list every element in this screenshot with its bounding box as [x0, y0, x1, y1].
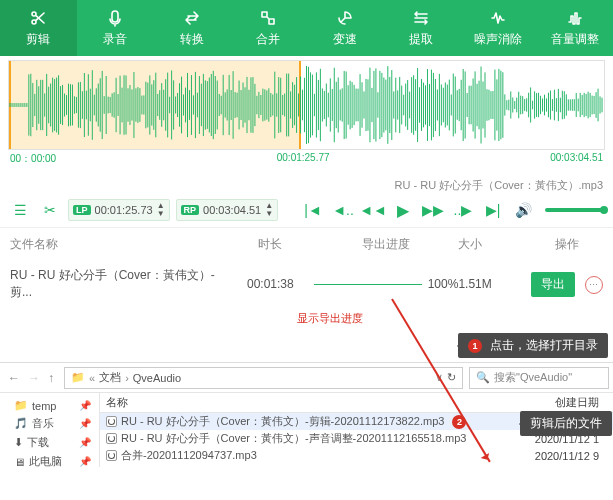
speed-icon [336, 8, 354, 28]
audio-file-icon [106, 433, 117, 444]
nav-back-button[interactable]: ← [8, 371, 20, 385]
path-seg-1[interactable]: 文档 [99, 370, 121, 385]
sidebar-icon: 📁 [14, 399, 28, 412]
col-name-header[interactable]: 名称 [106, 395, 482, 410]
prev-button[interactable]: ◄.. [331, 200, 355, 220]
sidebar-item[interactable]: 🖥此电脑📌 [6, 452, 93, 467]
cell-filename: RU - RU 好心分手（Cover：黃伟文）-剪... [10, 267, 227, 301]
merge-icon [259, 8, 277, 28]
sidebar-item[interactable]: 📁temp📌 [6, 397, 93, 414]
volume-icon[interactable]: 🔊 [511, 200, 535, 220]
current-file-label: RU - RU 好心分手（Cover：黃伟文）.mp3 [0, 176, 613, 195]
explorer-nav: ← → ↑ [4, 371, 58, 385]
lp-time: 00:01:25.73 [95, 204, 153, 216]
waveform-svg [9, 61, 604, 149]
explorer-search[interactable]: 🔍 搜索"QveAudio" [469, 367, 609, 389]
toolbar-label: 剪辑 [26, 31, 50, 48]
cell-duration: 00:01:38 [227, 277, 314, 291]
volume-slider[interactable] [545, 208, 605, 212]
cut-button[interactable]: ✂ [38, 200, 62, 220]
file-row[interactable]: 合并-20201112094737.mp32020/11/12 9 [100, 447, 613, 464]
explorer-sidebar: 📁temp📌🎵音乐📌⬇下载📌🖥此电脑📌 [0, 393, 100, 467]
toolbar-record-button[interactable]: 录音 [77, 0, 154, 56]
search-icon: 🔍 [476, 371, 490, 384]
volume-icon [566, 8, 584, 28]
toolbar-label: 合并 [256, 31, 280, 48]
explorer-file-list: 名称 创建日期 RU - RU 好心分手（Cover：黃伟文）-剪辑-20201… [100, 393, 613, 467]
file-name: RU - RU 好心分手（Cover：黃伟文）-剪辑-2020111217382… [121, 414, 444, 429]
toolbar-convert-button[interactable]: 转换 [153, 0, 230, 56]
rp-badge: RP [181, 205, 200, 215]
rewind-button[interactable]: ◄◄ [361, 200, 385, 220]
next-button[interactable]: ..▶ [451, 200, 475, 220]
toolbar-extract-button[interactable]: 提取 [383, 0, 460, 56]
col-progress: 导出进度 [314, 236, 459, 253]
file-row[interactable]: RU - RU 好心分手（Cover：黃伟文）-剪辑-2020111217382… [100, 413, 613, 430]
time-mid: 00:01:25.77 [277, 152, 330, 168]
stepper-icon[interactable]: ▲▼ [157, 202, 165, 218]
toolbar-cut-button[interactable]: 剪辑 [0, 0, 77, 56]
right-point-chip[interactable]: RP 00:03:04.51 ▲▼ [176, 199, 279, 221]
show-export-progress-hint: 显示导出进度 [280, 307, 380, 326]
sidebar-label: 下载 [27, 435, 49, 450]
toolbar-denoise-button[interactable]: 噪声消除 [460, 0, 537, 56]
file-table-header: 文件名称 时长 导出进度 大小 操作 [0, 228, 613, 261]
time-axis: 00：00:00 00:01:25.77 00:03:04.51 [8, 150, 605, 168]
pin-icon: 📌 [79, 418, 91, 429]
col-filename: 文件名称 [10, 236, 227, 253]
toolbar-label: 提取 [409, 31, 433, 48]
address-box[interactable]: 📁 « 文档 › QveAudio ∨ ↻ [64, 367, 463, 389]
search-placeholder: 搜索"QveAudio" [494, 370, 572, 385]
sidebar-icon: 🎵 [14, 417, 28, 430]
play-button[interactable]: ▶ [391, 200, 415, 220]
stepper-icon[interactable]: ▲▼ [265, 202, 273, 218]
progress-pct: 100% [428, 277, 459, 291]
cell-size: 1.51M [458, 277, 530, 291]
pin-icon: 📌 [79, 456, 91, 467]
col-date-header[interactable]: 创建日期 [482, 395, 607, 410]
toolbar-merge-button[interactable]: 合并 [230, 0, 307, 56]
next-vbar-button[interactable]: ▶| [481, 200, 505, 220]
sidebar-icon: 🖥 [14, 456, 25, 468]
sidebar-item[interactable]: ⬇下载📌 [6, 433, 93, 452]
audio-file-icon [106, 450, 117, 461]
prev-vbar-button[interactable]: |◄ [301, 200, 325, 220]
audio-file-icon [106, 416, 117, 427]
file-date: 2020/11/12 9 [482, 450, 607, 462]
left-point-chip[interactable]: LP 00:01:25.73 ▲▼ [68, 199, 170, 221]
file-name: RU - RU 好心分手（Cover：黃伟文）-声音调整-20201112165… [121, 431, 466, 446]
col-duration: 时长 [227, 236, 314, 253]
sidebar-label: temp [32, 400, 56, 412]
sidebar-item[interactable]: 🎵音乐📌 [6, 414, 93, 433]
export-button[interactable]: 导出 [531, 272, 575, 297]
record-icon [106, 8, 124, 28]
file-table-row[interactable]: RU - RU 好心分手（Cover：黃伟文）-剪... 00:01:38 10… [0, 261, 613, 307]
time-end: 00:03:04.51 [550, 152, 603, 168]
list-toggle-button[interactable]: ☰ [8, 200, 32, 220]
more-options-button[interactable]: ⋯ [585, 276, 603, 294]
toolbar-label: 转换 [180, 31, 204, 48]
lp-badge: LP [73, 205, 91, 215]
denoise-icon [489, 8, 507, 28]
forward-button[interactable]: ▶▶ [421, 200, 445, 220]
toolbar-volume-button[interactable]: 音量调整 [536, 0, 613, 56]
cut-icon [29, 8, 47, 28]
sidebar-label: 音乐 [32, 416, 54, 431]
path-seg-2[interactable]: QveAudio [133, 372, 181, 384]
explorer-columns: 名称 创建日期 [100, 393, 613, 413]
callout-badge-1: 1 [468, 339, 482, 353]
folder-icon: 📁 [71, 371, 85, 384]
control-bar: ☰ ✂ LP 00:01:25.73 ▲▼ RP 00:03:04.51 ▲▼ … [0, 195, 613, 228]
col-action: 操作 [531, 236, 603, 253]
nav-forward-button[interactable]: → [28, 371, 40, 385]
convert-icon [183, 8, 201, 28]
callout-text-1: 点击，选择打开目录 [490, 337, 598, 354]
pin-icon: 📌 [79, 437, 91, 448]
toolbar-speed-button[interactable]: 变速 [307, 0, 384, 56]
extract-icon [412, 8, 430, 28]
waveform-box[interactable] [8, 60, 605, 150]
nav-up-button[interactable]: ↑ [48, 371, 54, 385]
refresh-button[interactable]: ↻ [447, 371, 456, 384]
toolbar-label: 噪声消除 [474, 31, 522, 48]
time-start: 00：00:00 [10, 152, 56, 168]
